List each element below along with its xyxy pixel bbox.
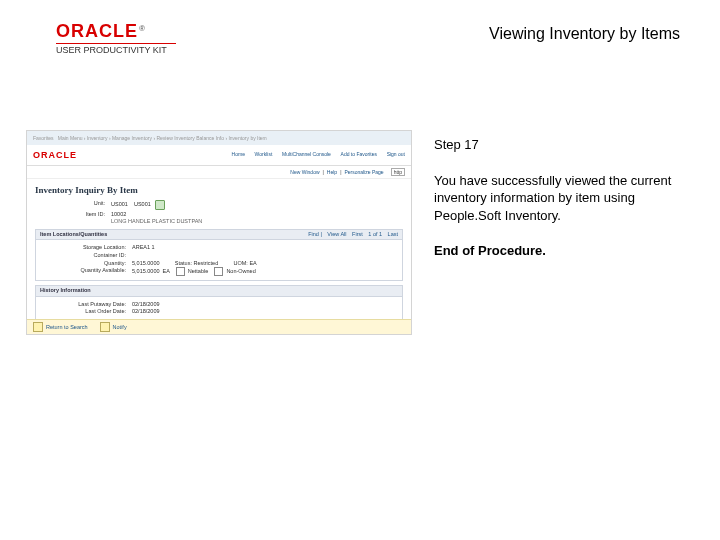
signout-link[interactable]: Sign out (387, 151, 405, 157)
history-grid: Last Putaway Date:02/18/2009 Last Order … (35, 297, 403, 320)
putaway-label: Last Putaway Date: (40, 301, 126, 308)
qtyavail-label: Quantity Available: (40, 267, 126, 276)
help-link[interactable]: Help (327, 169, 337, 175)
unit-value: US001 US001 (111, 200, 165, 210)
item-id: 10002 (111, 211, 126, 217)
item-desc: LONG HANDLE PLASTIC DUSTPAN (111, 218, 202, 225)
page-title: Inventory Inquiry By Item (35, 185, 403, 196)
trademark: ® (139, 24, 145, 33)
lastorder-value: 02/18/2009 (132, 308, 160, 315)
header-links: Home Worklist MultiChannel Console Add t… (224, 151, 405, 158)
history-header: History Information (35, 285, 403, 297)
brand-subtitle: USER PRODUCTIVITY KIT (56, 46, 176, 55)
footer-bar: Return to Search Notify (27, 319, 411, 334)
home-link[interactable]: Home (232, 151, 245, 157)
last-link[interactable]: Last (388, 231, 398, 237)
notify-link[interactable]: Notify (113, 324, 127, 331)
nav-count: 1 of 1 (368, 231, 382, 237)
viewall-link[interactable]: View All (327, 231, 346, 237)
http-icon: http (391, 168, 405, 176)
fav-link[interactable]: Add to Favorites (341, 151, 377, 157)
app-screenshot: Favorites Main Menu › Inventory › Manage… (26, 130, 412, 335)
instruction-panel: Step 17 You have successfully viewed the… (434, 136, 680, 260)
mcc-link[interactable]: MultiChannel Console (282, 151, 331, 157)
qty-row: 5,015.0000 Status: Restricted UOM: EA (132, 260, 257, 267)
brand-divider (56, 43, 176, 44)
putaway-value: 02/18/2009 (132, 301, 160, 308)
instruction-body: You have successfully viewed the current… (434, 172, 680, 225)
refresh-icon[interactable] (155, 200, 165, 210)
subheader-bar: New Window | Help | Personalize Page htt… (27, 166, 411, 179)
nonown-checkbox[interactable] (214, 267, 223, 276)
unit-label: Unit: (35, 200, 105, 210)
item-label: Item ID: (35, 211, 105, 218)
lastorder-label: Last Order Date: (40, 308, 126, 315)
nettable-checkbox[interactable] (176, 267, 185, 276)
locations-section-header: Item Locations/Quantities Find | View Al… (35, 229, 403, 241)
section-title: Item Locations/Quantities (40, 232, 107, 238)
worklist-link[interactable]: Worklist (255, 151, 273, 157)
doc-title: Viewing Inventory by Items (489, 24, 680, 43)
first-link[interactable]: First (352, 231, 363, 237)
storage-value: AREA1 1 (132, 244, 155, 251)
app-header: ORACLE Home Worklist MultiChannel Consol… (27, 145, 411, 166)
qty-label: Quantity: (40, 260, 126, 267)
storage-label: Storage Location: (40, 244, 126, 251)
find-link[interactable]: Find (308, 231, 319, 237)
notify-icon (100, 322, 110, 332)
step-label: Step 17 (434, 136, 680, 154)
grid-tools: Find | View All First 1 of 1 Last (304, 232, 398, 238)
return-icon (33, 322, 43, 332)
qtyavail-row: 5,015.0000 EA Nettable Non-Owned (132, 267, 256, 276)
app-logo: ORACLE (33, 151, 77, 160)
breadcrumb: Favorites Main Menu › Inventory › Manage… (33, 135, 267, 141)
return-search-link[interactable]: Return to Search (46, 324, 88, 331)
locations-grid: Storage Location:AREA1 1 Container ID: Q… (35, 240, 403, 281)
personalize-link[interactable]: Personalize Page (344, 169, 383, 175)
breadcrumb-bar: Favorites Main Menu › Inventory › Manage… (27, 131, 411, 145)
end-of-procedure: End of Procedure. (434, 242, 680, 260)
container-label: Container ID: (40, 252, 126, 259)
oracle-logo: ORACLE (56, 21, 138, 41)
new-window-link[interactable]: New Window (290, 169, 319, 175)
brand-block: ORACLE® USER PRODUCTIVITY KIT (56, 22, 176, 55)
